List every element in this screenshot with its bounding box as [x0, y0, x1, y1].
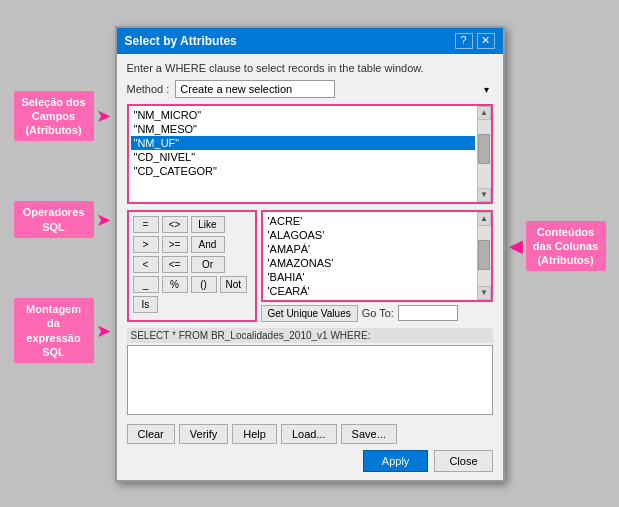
- op-like[interactable]: Like: [191, 216, 225, 233]
- values-list[interactable]: 'ACRE' 'ALAGOAS' 'AMAPÁ' 'AMAZONAS' 'BAH…: [263, 212, 477, 300]
- action-row: Apply Close: [127, 450, 493, 472]
- op-notequals[interactable]: <>: [162, 216, 188, 233]
- values-bottom: Get Unique Values Go To:: [261, 305, 493, 322]
- scroll-thumb[interactable]: [478, 134, 490, 164]
- method-select-wrapper: Create a new selectionAdd to current sel…: [175, 80, 492, 98]
- op-underscore[interactable]: _: [133, 276, 159, 293]
- method-select[interactable]: Create a new selectionAdd to current sel…: [175, 80, 335, 98]
- field-item-cd-nivel[interactable]: "CD_NIVEL": [131, 150, 475, 164]
- close-button[interactable]: Close: [434, 450, 492, 472]
- op-row-is: Is: [133, 296, 251, 313]
- op-row-2: > >= And: [133, 236, 251, 253]
- help-title-button[interactable]: ?: [455, 33, 473, 49]
- sql-textarea[interactable]: [127, 345, 493, 415]
- value-amazonas[interactable]: 'AMAZONAS': [265, 256, 475, 270]
- op-not[interactable]: Not: [220, 276, 248, 293]
- help-button[interactable]: Help: [232, 424, 277, 444]
- op-or[interactable]: Or: [191, 256, 225, 273]
- values-list-wrapper: 'ACRE' 'ALAGOAS' 'AMAPÁ' 'AMAZONAS' 'BAH…: [261, 210, 493, 302]
- op-lte[interactable]: <=: [162, 256, 188, 273]
- values-scroll-up[interactable]: ▲: [477, 212, 491, 226]
- values-scroll-thumb[interactable]: [478, 240, 490, 270]
- field-item-nm-micro[interactable]: "NM_MICRO": [131, 108, 475, 122]
- middle-section: = <> Like > >= And < <= Or: [127, 210, 493, 322]
- method-label: Method :: [127, 83, 170, 95]
- values-scroll-down[interactable]: ▼: [477, 286, 491, 300]
- op-is[interactable]: Is: [133, 296, 159, 313]
- op-parens[interactable]: (): [191, 276, 217, 293]
- title-controls: ? ✕: [455, 33, 495, 49]
- op-row-1: = <> Like: [133, 216, 251, 233]
- conteudos-label: Conteúdos das Colunas (Atributos): [526, 221, 606, 272]
- fields-list[interactable]: "NM_MICRO" "NM_MESO" "NM_UF" "CD_NIVEL" …: [129, 106, 477, 202]
- montagem-arrow: ➤: [96, 320, 111, 342]
- value-amapa[interactable]: 'AMAPÁ': [265, 242, 475, 256]
- unique-values-button[interactable]: Get Unique Values: [261, 305, 358, 322]
- op-row-4: _ % () Not: [133, 276, 251, 293]
- op-equals[interactable]: =: [133, 216, 159, 233]
- load-button[interactable]: Load...: [281, 424, 337, 444]
- values-scrollbar[interactable]: ▲ ▼: [477, 212, 491, 300]
- scroll-up-arrow[interactable]: ▲: [477, 106, 491, 120]
- operadores-arrow: ➤: [96, 209, 111, 231]
- clear-button[interactable]: Clear: [127, 424, 175, 444]
- montagem-label: Montagem da expressão SQL: [14, 298, 94, 363]
- sql-section: SELECT * FROM BR_Localidades_2010_v1 WHE…: [127, 328, 493, 418]
- apply-button[interactable]: Apply: [363, 450, 429, 472]
- operadores-label: Operadores SQL: [14, 201, 94, 238]
- op-row-3: < <= Or: [133, 256, 251, 273]
- campos-label: Seleção dos Campos (Atributos): [14, 91, 94, 142]
- field-item-nm-uf[interactable]: "NM_UF": [131, 136, 475, 150]
- title-bar: Select by Attributes ? ✕: [117, 28, 503, 54]
- right-annotations: ◀ Conteúdos das Colunas (Atributos): [509, 26, 606, 272]
- op-percent[interactable]: %: [162, 276, 188, 293]
- operators-panel: = <> Like > >= And < <= Or: [127, 210, 257, 322]
- value-bahia[interactable]: 'BAHIA': [265, 270, 475, 284]
- fields-section: "NM_MICRO" "NM_MESO" "NM_UF" "CD_NIVEL" …: [127, 104, 493, 204]
- sql-label: SELECT * FROM BR_Localidades_2010_v1 WHE…: [127, 328, 493, 343]
- bottom-buttons: Clear Verify Help Load... Save...: [127, 424, 493, 444]
- goto-label: Go To:: [362, 307, 394, 319]
- save-button[interactable]: Save...: [341, 424, 397, 444]
- hint-text: Enter a WHERE clause to select records i…: [127, 62, 493, 74]
- value-acre[interactable]: 'ACRE': [265, 214, 475, 228]
- campos-arrow: ➤: [96, 105, 111, 127]
- close-title-button[interactable]: ✕: [477, 33, 495, 49]
- field-item-nm-meso[interactable]: "NM_MESO": [131, 122, 475, 136]
- field-item-cd-categor[interactable]: "CD_CATEGOR": [131, 164, 475, 178]
- conteudos-arrow: ◀: [509, 235, 523, 257]
- op-and[interactable]: And: [191, 236, 225, 253]
- dialog-body: Enter a WHERE clause to select records i…: [117, 54, 503, 480]
- fields-scrollbar[interactable]: ▲ ▼: [477, 106, 491, 202]
- verify-button[interactable]: Verify: [179, 424, 229, 444]
- op-gte[interactable]: >=: [162, 236, 188, 253]
- dialog-title: Select by Attributes: [125, 34, 237, 48]
- scroll-down-arrow[interactable]: ▼: [477, 188, 491, 202]
- values-section: 'ACRE' 'ALAGOAS' 'AMAPÁ' 'AMAZONAS' 'BAH…: [261, 210, 493, 322]
- op-gt[interactable]: >: [133, 236, 159, 253]
- method-row: Method : Create a new selectionAdd to cu…: [127, 80, 493, 98]
- value-alagoas[interactable]: 'ALAGOAS': [265, 228, 475, 242]
- op-lt[interactable]: <: [133, 256, 159, 273]
- value-ceara[interactable]: 'CEARÁ': [265, 284, 475, 298]
- goto-input[interactable]: [398, 305, 458, 321]
- dialog: Select by Attributes ? ✕ Enter a WHERE c…: [115, 26, 505, 482]
